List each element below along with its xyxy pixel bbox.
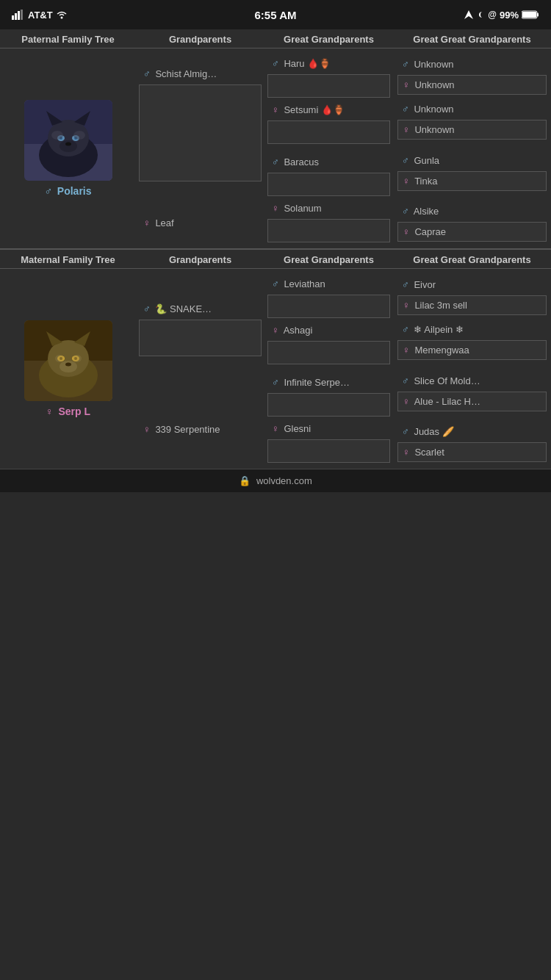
mggp-ashagi-box xyxy=(267,341,390,364)
svg-rect-1 xyxy=(15,13,17,20)
mggp-leviathan-box xyxy=(267,295,390,318)
mggp-infinite[interactable]: ♂ Infinite Serpe… xyxy=(267,373,390,392)
paternal-col3-header: Great Grandparents xyxy=(264,34,393,45)
mggp-infinite-box xyxy=(267,393,390,417)
paternal-gender-symbol: ♂ xyxy=(44,185,52,197)
paternal-wolf-name[interactable]: ♂ Polaris xyxy=(44,185,91,197)
carrier-label: AT&T xyxy=(28,10,53,21)
status-time: 6:55 AM xyxy=(255,9,297,21)
svg-point-22 xyxy=(73,131,85,140)
paternal-great-gp-col: ♂ Haru 🩸🏺 ♀ Setsumi 🩸🏺 ♂ Baracus xyxy=(264,54,393,242)
maternal-great-great-gp-col: ♂ Eivor ♀ Lilac 3m sell ♂ ❄ Ailpein ❄ ♀ … xyxy=(393,275,551,463)
paternal-great-great-gp-col: ♂ Unknown ♀ Unknown ♂ Unknown ♀ Unknown … xyxy=(393,54,551,242)
svg-rect-3 xyxy=(21,10,23,20)
maternal-gender-symbol: ♀ xyxy=(46,406,54,417)
location-icon xyxy=(464,10,473,19)
mggp-leviathan[interactable]: ♂ Leviathan xyxy=(267,275,390,293)
maternal-avatar[interactable] xyxy=(24,320,112,401)
maternal-great-gp-col: ♂ Leviathan ♀ Ashagi ♂ Infinite Serpe… ♀… xyxy=(264,275,393,463)
paternal-header-row: Paternal Family Tree Grandparents Great … xyxy=(0,29,551,48)
mgggp-scarlet[interactable]: ♀ Scarlet xyxy=(397,442,547,462)
mgp-serpentine-entry: ♀ 339 Serpentine xyxy=(139,420,262,439)
status-icons: @ 99% xyxy=(464,10,539,21)
maternal-col3-header: Great Grandparents xyxy=(264,254,393,265)
svg-rect-2 xyxy=(18,11,20,20)
maternal-col2-header: Grandparents xyxy=(136,254,264,265)
mgp-snake-name[interactable]: ♂ 🐍 SNAKE… xyxy=(139,300,262,318)
ggp-solanum[interactable]: ♀ Solanum xyxy=(267,199,390,217)
gp-leaf-name[interactable] xyxy=(139,84,262,181)
gp-schist-entry: ♂ Schist Almig… xyxy=(139,65,262,181)
signal-icon xyxy=(12,10,25,20)
ggp-haru[interactable]: ♂ Haru 🩸🏺 xyxy=(267,54,390,73)
maternal-wolf-name[interactable]: ♀ Serp L xyxy=(46,406,90,417)
at-icon: @ xyxy=(488,10,497,20)
gggp-tinka[interactable]: ♀ Tinka xyxy=(397,171,547,191)
svg-point-34 xyxy=(65,363,71,367)
paternal-col2-header: Grandparents xyxy=(136,34,264,45)
svg-point-21 xyxy=(51,131,63,140)
gggp-unknown-m1[interactable]: ♂ Unknown xyxy=(397,55,547,73)
mgggp-memengwaa[interactable]: ♀ Memengwaa xyxy=(397,340,547,360)
mggp-glesni[interactable]: ♀ Glesni xyxy=(267,419,390,438)
mgggp-lilac[interactable]: ♀ Lilac 3m sell xyxy=(397,295,547,315)
maternal-tree-grid: ♀ Serp L ♂ 🐍 SNAKE… ♀ 339 Serpentine xyxy=(0,269,551,469)
mgggp-slice[interactable]: ♂ Slice Of Mold… xyxy=(397,372,547,390)
ggp-haru-box xyxy=(267,74,390,98)
paternal-col1-header: Paternal Family Tree xyxy=(0,34,136,45)
paternal-col4-header: Great Great Grandparents xyxy=(393,34,551,45)
battery-label: 99% xyxy=(500,10,519,21)
maternal-header-row: Maternal Family Tree Grandparents Great … xyxy=(0,250,551,269)
ggp-solanum-box xyxy=(267,219,390,242)
svg-point-20 xyxy=(65,143,71,146)
gggp-unknown-f2[interactable]: ♀ Unknown xyxy=(397,120,547,140)
ggp-baracus-box xyxy=(267,173,390,196)
mggp-glesni-box xyxy=(267,439,390,463)
gp-schist-name[interactable]: ♂ Schist Almig… xyxy=(139,65,262,83)
mgggp-alue[interactable]: ♀ Alue - Lilac H… xyxy=(397,392,547,411)
mgggp-judas[interactable]: ♂ Judas 🥖 xyxy=(397,422,547,441)
paternal-wolf-image xyxy=(24,100,112,181)
maternal-tree-section: Maternal Family Tree Grandparents Great … xyxy=(0,250,551,469)
mgp-serpentine-name[interactable]: ♀ 339 Serpentine xyxy=(139,420,262,439)
svg-point-19 xyxy=(60,140,77,152)
status-bar: AT&T 6:55 AM @ 99% xyxy=(0,0,551,29)
paternal-tree-grid: ♂ Polaris ♂ Schist Almig… ♀ Leaf xyxy=(0,48,551,248)
svg-point-36 xyxy=(73,355,82,362)
maternal-col1-header: Maternal Family Tree xyxy=(0,254,136,265)
maternal-self-col: ♀ Serp L xyxy=(0,275,136,463)
svg-rect-0 xyxy=(12,15,14,20)
bottom-bar: 🔒 wolvden.com xyxy=(0,469,551,492)
svg-point-4 xyxy=(60,17,62,19)
gggp-caprae[interactable]: ♀ Caprae xyxy=(397,222,547,242)
gp-leaf-entry: ♀ Leaf xyxy=(139,214,262,232)
maternal-grandparents-col: ♂ 🐍 SNAKE… ♀ 339 Serpentine xyxy=(136,275,264,463)
mgp-snake-box xyxy=(139,320,262,356)
ggp-baracus[interactable]: ♂ Baracus xyxy=(267,153,390,171)
mgggp-eivor[interactable]: ♂ Eivor xyxy=(397,275,547,294)
svg-rect-7 xyxy=(537,13,539,17)
maternal-wolf-image xyxy=(24,320,112,401)
gggp-alsike[interactable]: ♂ Alsike xyxy=(397,202,547,220)
mgggp-ailpein[interactable]: ♂ ❄ Ailpein ❄ xyxy=(397,320,547,339)
moon-icon xyxy=(476,10,485,19)
site-label: wolvden.com xyxy=(256,475,312,486)
ggp-setsumi[interactable]: ♀ Setsumi 🩸🏺 xyxy=(267,101,390,119)
paternal-tree-section: Paternal Family Tree Grandparents Great … xyxy=(0,29,551,248)
gggp-gunla[interactable]: ♂ Gunla xyxy=(397,151,547,170)
gggp-unknown-m2[interactable]: ♂ Unknown xyxy=(397,100,547,118)
gggp-unknown-f1[interactable]: ♀ Unknown xyxy=(397,75,547,95)
ggp-setsumi-box xyxy=(267,120,390,144)
lock-icon: 🔒 xyxy=(239,475,251,486)
status-carrier: AT&T xyxy=(12,10,68,21)
battery-icon xyxy=(522,10,539,19)
paternal-self-col: ♂ Polaris xyxy=(0,54,136,242)
svg-point-35 xyxy=(55,355,64,362)
paternal-avatar[interactable] xyxy=(24,100,112,181)
gp-leaf-label[interactable]: ♀ Leaf xyxy=(139,214,262,232)
maternal-col4-header: Great Great Grandparents xyxy=(393,254,551,265)
svg-point-33 xyxy=(60,361,77,372)
paternal-grandparents-col: ♂ Schist Almig… ♀ Leaf xyxy=(136,54,264,242)
wifi-icon xyxy=(56,10,68,19)
mggp-ashagi[interactable]: ♀ Ashagi xyxy=(267,321,390,339)
